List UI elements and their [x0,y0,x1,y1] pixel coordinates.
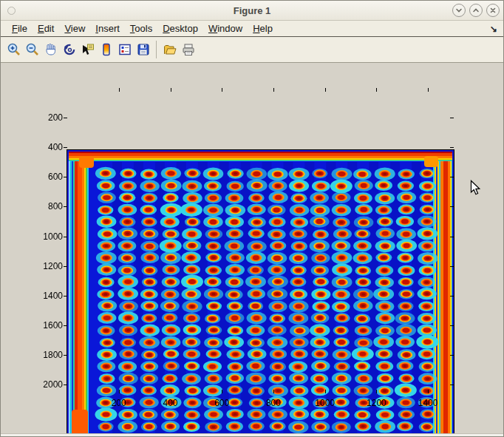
y-tick-right [450,118,454,118]
y-tick-label: 1600 [30,320,63,331]
menu-window[interactable]: Window [203,21,248,35]
y-tick-label: 400 [30,142,63,152]
close-button[interactable] [486,4,500,17]
toolbar-separator [156,41,157,58]
menu-file[interactable]: File [7,21,33,35]
x-tick-top [171,88,171,92]
maximize-button[interactable] [469,4,483,17]
x-tick-top [325,88,326,92]
menu-tools[interactable]: Tools [125,21,157,35]
plate-heatmap-image [67,150,454,437]
figure-window: Figure 1 FileEditViewInsertToolsDesktopW… [0,0,504,437]
x-tick-top [119,88,120,92]
minimize-button[interactable] [452,4,466,17]
menu-edit[interactable]: Edit [33,21,59,35]
menu-help[interactable]: Help [248,21,278,35]
zoom-in-icon[interactable] [4,41,23,58]
y-tick-label: 600 [30,172,63,182]
window-title: Figure 1 [1,1,503,21]
zoom-out-icon[interactable] [23,41,41,58]
y-tick-label: 200 [30,112,63,123]
x-tick-top [222,88,222,92]
y-tick-right [450,147,454,148]
save-figure-icon[interactable] [134,41,152,58]
y-tick-label: 2000 [30,379,63,390]
x-tick-top [376,88,377,92]
print-figure-icon[interactable] [179,41,197,58]
open-file-icon[interactable] [160,41,179,58]
chevron-down-icon [455,7,463,14]
y-tick [64,118,67,118]
pan-icon[interactable] [41,41,60,58]
dock-figure-icon[interactable]: ↘ [490,24,497,34]
titlebar: Figure 1 [1,1,503,21]
y-tick-label: 1000 [30,231,63,242]
menu-view[interactable]: View [59,21,90,35]
figure-canvas: 2004006008001000120014002004006008001000… [1,63,504,433]
toolbar [1,37,503,63]
menubar: FileEditViewInsertToolsDesktopWindowHelp [1,21,503,37]
y-tick [64,147,67,148]
y-tick-label: 800 [30,201,63,211]
rotate-3d-icon[interactable] [60,41,78,58]
insert-legend-icon[interactable] [115,41,134,58]
y-tick-label: 1800 [30,350,63,360]
chevron-up-icon [472,7,480,14]
x-tick-top [273,88,274,92]
menu-desktop[interactable]: Desktop [157,21,203,35]
menu-insert[interactable]: Insert [90,21,125,35]
window-controls [452,4,500,17]
window-bottom-border [1,433,503,437]
insert-colorbar-icon[interactable] [97,41,115,58]
x-tick-top [428,88,429,92]
close-icon [489,7,497,14]
y-tick-label: 1200 [30,261,63,271]
data-cursor-icon[interactable] [78,41,97,58]
y-tick-label: 1400 [30,291,63,301]
